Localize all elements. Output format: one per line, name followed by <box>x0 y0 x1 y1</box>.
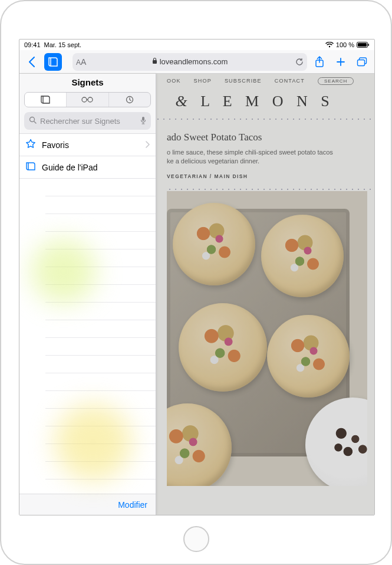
search-icon <box>29 116 37 126</box>
reload-button[interactable] <box>295 58 304 66</box>
empty-row <box>45 179 156 196</box>
svg-point-8 <box>88 97 93 102</box>
list-item-favoris[interactable]: Favoris <box>19 134 156 156</box>
battery-text: 100 % <box>336 41 354 48</box>
svg-point-10 <box>30 117 35 122</box>
list-item-guide-ipad[interactable]: Guide de l'iPad <box>19 156 156 179</box>
segment-reading-list[interactable] <box>66 93 108 107</box>
search-placeholder: Rechercher sur Signets <box>40 117 137 126</box>
svg-rect-1 <box>358 43 367 47</box>
segment-history[interactable] <box>108 93 150 107</box>
hero-image <box>167 191 367 486</box>
empty-row <box>45 409 156 426</box>
empty-row <box>45 479 156 494</box>
sidebar-segmented-control <box>24 92 151 107</box>
book-icon <box>25 162 36 173</box>
empty-row <box>45 356 156 373</box>
empty-row <box>45 373 156 391</box>
empty-row <box>45 462 156 479</box>
home-button[interactable] <box>183 526 209 552</box>
tabs-button[interactable] <box>353 53 371 71</box>
empty-row <box>45 285 156 303</box>
content-area: OOK SHOP SUBSCRIBE CONTACT SEARCH & L E … <box>19 74 374 515</box>
ipad-device: 09:41 Mar. 15 sept. 100 % <box>0 0 392 565</box>
nav-item[interactable]: SUBSCRIBE <box>225 78 262 84</box>
back-button[interactable] <box>23 53 41 71</box>
status-time: 09:41 <box>24 41 41 48</box>
svg-point-7 <box>82 97 87 102</box>
wifi-icon <box>325 42 334 48</box>
nav-item[interactable]: SHOP <box>194 78 212 84</box>
chevron-right-icon <box>145 140 150 150</box>
empty-row <box>45 444 156 462</box>
bookmarks-sidebar: Signets Rechercher su <box>19 74 156 515</box>
safari-toolbar: AA loveandlemons.com <box>19 50 374 74</box>
list-item-label: Guide de l'iPad <box>42 163 98 172</box>
edit-button[interactable]: Modifier <box>118 500 147 510</box>
segment-bookmarks[interactable] <box>25 93 66 107</box>
divider-dots <box>167 185 374 191</box>
empty-row <box>45 214 156 232</box>
svg-rect-6 <box>358 60 365 65</box>
empty-row <box>45 249 156 267</box>
bookmarks-button[interactable] <box>44 53 62 71</box>
nav-item[interactable]: OOK <box>167 78 181 84</box>
share-button[interactable] <box>311 53 328 71</box>
svg-rect-2 <box>368 44 370 46</box>
new-tab-button[interactable] <box>332 53 350 71</box>
svg-rect-3 <box>153 60 157 64</box>
empty-row <box>45 196 156 214</box>
empty-row <box>45 338 156 356</box>
reader-aa-button[interactable]: AA <box>76 57 86 67</box>
nav-item[interactable]: CONTACT <box>275 78 305 84</box>
empty-row <box>45 426 156 444</box>
star-outline-icon <box>25 139 36 151</box>
screen: 09:41 Mar. 15 sept. 100 % <box>19 39 375 515</box>
empty-row <box>45 303 156 320</box>
empty-row <box>45 320 156 338</box>
site-search[interactable]: SEARCH <box>318 77 354 85</box>
bookmarks-list: Favoris Guide de l'iPad <box>19 133 156 494</box>
battery-icon <box>357 42 370 48</box>
lock-icon <box>152 57 157 66</box>
status-date: Mar. 15 sept. <box>44 41 82 48</box>
sidebar-footer: Modifier <box>19 494 156 515</box>
empty-row <box>45 232 156 249</box>
status-bar: 09:41 Mar. 15 sept. 100 % <box>19 40 374 50</box>
sidebar-title: Signets <box>19 74 156 92</box>
list-item-label: Favoris <box>42 140 69 150</box>
svg-rect-11 <box>142 117 144 121</box>
empty-row <box>45 267 156 285</box>
address-bar[interactable]: AA loveandlemons.com <box>73 53 307 71</box>
bookmarks-search[interactable]: Rechercher sur Signets <box>24 112 151 130</box>
empty-row <box>45 391 156 409</box>
dictation-icon[interactable] <box>140 116 146 126</box>
url-text: loveandlemons.com <box>160 57 228 66</box>
